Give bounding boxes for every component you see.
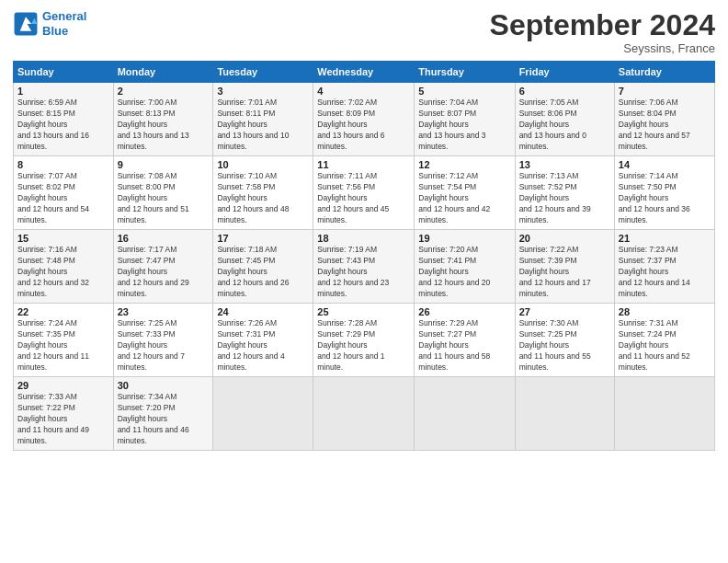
calendar-row-2: 8 Sunrise: 7:07 AM Sunset: 8:02 PM Dayli…	[14, 156, 715, 230]
day-info: Sunrise: 7:29 AM Sunset: 7:27 PM Dayligh…	[418, 318, 510, 373]
table-row: 9 Sunrise: 7:08 AM Sunset: 8:00 PM Dayli…	[113, 156, 213, 230]
day-number: 6	[519, 86, 610, 97]
header: General Blue September 2024 Seyssins, Fr…	[13, 9, 715, 55]
day-info: Sunrise: 7:06 AM Sunset: 8:04 PM Dayligh…	[619, 98, 711, 152]
day-info: Sunrise: 7:14 AM Sunset: 7:50 PM Dayligh…	[619, 171, 711, 225]
col-friday: Friday	[515, 62, 614, 83]
day-info: Sunrise: 7:25 AM Sunset: 7:33 PM Dayligh…	[118, 318, 210, 373]
table-row: 12 Sunrise: 7:12 AM Sunset: 7:54 PM Dayl…	[415, 156, 515, 230]
day-info: Sunrise: 7:12 AM Sunset: 7:54 PM Dayligh…	[418, 171, 510, 225]
day-number: 4	[317, 86, 410, 97]
table-row: 17 Sunrise: 7:18 AM Sunset: 7:45 PM Dayl…	[213, 230, 313, 304]
day-info: Sunrise: 7:33 AM Sunset: 7:22 PM Dayligh…	[17, 392, 109, 446]
table-row: 3 Sunrise: 7:01 AM Sunset: 8:11 PM Dayli…	[213, 83, 313, 156]
day-info: Sunrise: 7:13 AM Sunset: 7:52 PM Dayligh…	[519, 171, 610, 225]
day-info: Sunrise: 7:19 AM Sunset: 7:43 PM Dayligh…	[317, 245, 410, 299]
location: Seyssins, France	[490, 41, 715, 55]
table-row: 13 Sunrise: 7:13 AM Sunset: 7:52 PM Dayl…	[515, 156, 614, 230]
day-number: 30	[118, 380, 210, 391]
day-number: 22	[17, 306, 109, 317]
day-number: 15	[17, 233, 109, 244]
header-row: Sunday Monday Tuesday Wednesday Thursday…	[14, 62, 715, 83]
day-number: 26	[418, 306, 510, 317]
day-info: Sunrise: 7:16 AM Sunset: 7:48 PM Dayligh…	[17, 245, 109, 299]
day-info: Sunrise: 7:17 AM Sunset: 7:47 PM Dayligh…	[118, 245, 210, 299]
table-row	[415, 377, 515, 450]
day-number: 16	[118, 233, 210, 244]
logo: General Blue	[13, 9, 86, 38]
day-info: Sunrise: 7:07 AM Sunset: 8:02 PM Dayligh…	[17, 171, 109, 225]
table-row: 23 Sunrise: 7:25 AM Sunset: 7:33 PM Dayl…	[113, 304, 213, 377]
day-info: Sunrise: 7:28 AM Sunset: 7:29 PM Dayligh…	[317, 318, 410, 373]
table-row: 25 Sunrise: 7:28 AM Sunset: 7:29 PM Dayl…	[313, 304, 415, 377]
day-info: Sunrise: 7:02 AM Sunset: 8:09 PM Dayligh…	[317, 98, 410, 152]
day-info: Sunrise: 7:34 AM Sunset: 7:20 PM Dayligh…	[118, 392, 210, 446]
day-info: Sunrise: 7:18 AM Sunset: 7:45 PM Dayligh…	[217, 245, 309, 299]
day-number: 20	[519, 233, 610, 244]
table-row: 1 Sunrise: 6:59 AM Sunset: 8:15 PM Dayli…	[14, 83, 114, 156]
calendar-page: General Blue September 2024 Seyssins, Fr…	[0, 0, 728, 563]
table-row: 28 Sunrise: 7:31 AM Sunset: 7:24 PM Dayl…	[614, 304, 714, 377]
calendar-row-4: 22 Sunrise: 7:24 AM Sunset: 7:35 PM Dayl…	[14, 304, 715, 377]
day-info: Sunrise: 7:10 AM Sunset: 7:58 PM Dayligh…	[217, 171, 309, 225]
table-row: 19 Sunrise: 7:20 AM Sunset: 7:41 PM Dayl…	[415, 230, 515, 304]
table-row: 14 Sunrise: 7:14 AM Sunset: 7:50 PM Dayl…	[614, 156, 714, 230]
col-saturday: Saturday	[614, 62, 714, 83]
day-number: 12	[418, 159, 510, 170]
day-info: Sunrise: 7:22 AM Sunset: 7:39 PM Dayligh…	[519, 245, 610, 299]
table-row: 20 Sunrise: 7:22 AM Sunset: 7:39 PM Dayl…	[515, 230, 614, 304]
day-info: Sunrise: 7:23 AM Sunset: 7:37 PM Dayligh…	[619, 245, 711, 299]
day-number: 23	[118, 306, 210, 317]
day-info: Sunrise: 7:00 AM Sunset: 8:13 PM Dayligh…	[118, 98, 210, 152]
day-number: 24	[217, 306, 309, 317]
day-number: 3	[217, 86, 309, 97]
table-row	[515, 377, 614, 450]
day-number: 18	[317, 233, 410, 244]
day-number: 13	[519, 159, 610, 170]
day-number: 11	[317, 159, 410, 170]
day-info: Sunrise: 7:05 AM Sunset: 8:06 PM Dayligh…	[519, 98, 610, 152]
title-block: September 2024 Seyssins, France	[490, 9, 715, 55]
table-row: 15 Sunrise: 7:16 AM Sunset: 7:48 PM Dayl…	[14, 230, 114, 304]
table-row: 8 Sunrise: 7:07 AM Sunset: 8:02 PM Dayli…	[14, 156, 114, 230]
logo-icon	[13, 11, 39, 37]
calendar-row-3: 15 Sunrise: 7:16 AM Sunset: 7:48 PM Dayl…	[14, 230, 715, 304]
day-info: Sunrise: 7:20 AM Sunset: 7:41 PM Dayligh…	[418, 245, 510, 299]
day-info: Sunrise: 7:24 AM Sunset: 7:35 PM Dayligh…	[17, 318, 109, 373]
col-monday: Monday	[113, 62, 213, 83]
table-row: 2 Sunrise: 7:00 AM Sunset: 8:13 PM Dayli…	[113, 83, 213, 156]
col-wednesday: Wednesday	[313, 62, 415, 83]
day-info: Sunrise: 7:30 AM Sunset: 7:25 PM Dayligh…	[519, 318, 610, 373]
calendar-table: Sunday Monday Tuesday Wednesday Thursday…	[13, 61, 715, 450]
table-row: 27 Sunrise: 7:30 AM Sunset: 7:25 PM Dayl…	[515, 304, 614, 377]
table-row: 10 Sunrise: 7:10 AM Sunset: 7:58 PM Dayl…	[213, 156, 313, 230]
table-row: 21 Sunrise: 7:23 AM Sunset: 7:37 PM Dayl…	[614, 230, 714, 304]
day-number: 2	[118, 86, 210, 97]
table-row: 18 Sunrise: 7:19 AM Sunset: 7:43 PM Dayl…	[313, 230, 415, 304]
table-row: 30 Sunrise: 7:34 AM Sunset: 7:20 PM Dayl…	[113, 377, 213, 450]
day-info: Sunrise: 7:04 AM Sunset: 8:07 PM Dayligh…	[418, 98, 510, 152]
table-row: 16 Sunrise: 7:17 AM Sunset: 7:47 PM Dayl…	[113, 230, 213, 304]
day-number: 5	[418, 86, 510, 97]
day-info: Sunrise: 7:11 AM Sunset: 7:56 PM Dayligh…	[317, 171, 410, 225]
day-number: 1	[17, 86, 109, 97]
day-number: 21	[619, 233, 711, 244]
calendar-row-5: 29 Sunrise: 7:33 AM Sunset: 7:22 PM Dayl…	[14, 377, 715, 450]
table-row	[213, 377, 313, 450]
logo-text: General Blue	[42, 9, 86, 38]
table-row: 11 Sunrise: 7:11 AM Sunset: 7:56 PM Dayl…	[313, 156, 415, 230]
day-info: Sunrise: 7:26 AM Sunset: 7:31 PM Dayligh…	[217, 318, 309, 373]
table-row: 24 Sunrise: 7:26 AM Sunset: 7:31 PM Dayl…	[213, 304, 313, 377]
day-number: 27	[519, 306, 610, 317]
day-number: 14	[619, 159, 711, 170]
day-number: 8	[17, 159, 109, 170]
month-title: September 2024	[490, 9, 715, 41]
table-row: 6 Sunrise: 7:05 AM Sunset: 8:06 PM Dayli…	[515, 83, 614, 156]
table-row: 22 Sunrise: 7:24 AM Sunset: 7:35 PM Dayl…	[14, 304, 114, 377]
table-row: 26 Sunrise: 7:29 AM Sunset: 7:27 PM Dayl…	[415, 304, 515, 377]
col-sunday: Sunday	[14, 62, 114, 83]
day-number: 19	[418, 233, 510, 244]
table-row: 29 Sunrise: 7:33 AM Sunset: 7:22 PM Dayl…	[14, 377, 114, 450]
calendar-row-1: 1 Sunrise: 6:59 AM Sunset: 8:15 PM Dayli…	[14, 83, 715, 156]
day-info: Sunrise: 6:59 AM Sunset: 8:15 PM Dayligh…	[17, 98, 109, 152]
